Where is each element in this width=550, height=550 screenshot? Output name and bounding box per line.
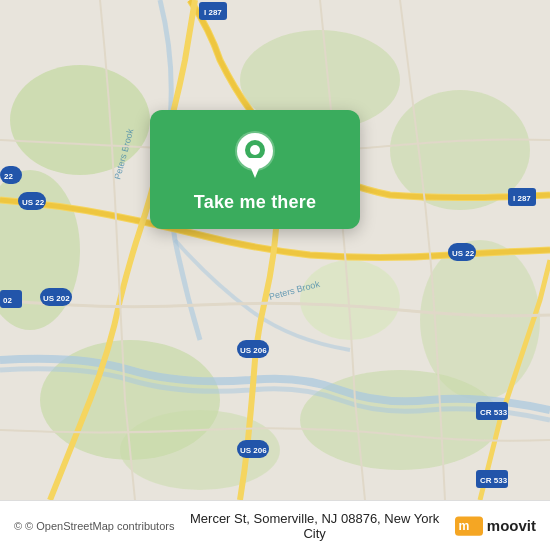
svg-marker-39: [250, 166, 260, 178]
svg-text:I 287: I 287: [513, 194, 531, 203]
svg-text:US 22: US 22: [452, 249, 475, 258]
map-container: Peters Brook Peters Brook I 287 US 22 US…: [0, 0, 550, 500]
svg-text:02: 02: [3, 296, 12, 305]
svg-text:US 206: US 206: [240, 446, 267, 455]
address-text: Mercer St, Somerville, NJ 08876, New Yor…: [182, 511, 446, 541]
location-card: Take me there: [150, 110, 360, 229]
svg-text:22: 22: [4, 172, 13, 181]
svg-point-1: [10, 65, 150, 175]
svg-point-37: [250, 145, 260, 155]
svg-text:US 206: US 206: [240, 346, 267, 355]
svg-text:US 22: US 22: [22, 198, 45, 207]
svg-text:m: m: [458, 519, 469, 533]
attribution: © © OpenStreetMap contributors: [14, 520, 174, 532]
svg-text:CR 533: CR 533: [480, 476, 508, 485]
moovit-logo: m moovit: [455, 516, 536, 536]
moovit-logo-icon: m: [455, 516, 483, 536]
bottom-bar: © © OpenStreetMap contributors Mercer St…: [0, 500, 550, 550]
svg-text:US 202: US 202: [43, 294, 70, 303]
location-pin-icon: [232, 128, 278, 182]
attribution-text: © OpenStreetMap contributors: [25, 520, 174, 532]
svg-text:CR 533: CR 533: [480, 408, 508, 417]
take-me-there-button[interactable]: Take me there: [194, 192, 316, 213]
copyright-icon: ©: [14, 520, 22, 532]
moovit-text: moovit: [487, 517, 536, 534]
map-background: Peters Brook Peters Brook I 287 US 22 US…: [0, 0, 550, 500]
svg-text:I 287: I 287: [204, 8, 222, 17]
